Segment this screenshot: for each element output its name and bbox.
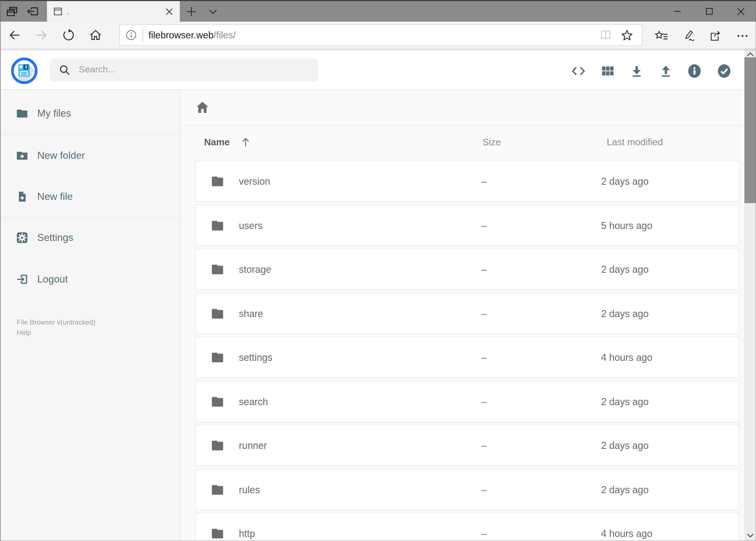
share-button[interactable]	[708, 29, 722, 43]
file-size: –	[481, 484, 487, 496]
close-icon	[165, 7, 173, 15]
close-window-button[interactable]	[728, 1, 753, 22]
tab-preview-icon	[6, 5, 18, 18]
sidebar-item-label: My files	[37, 108, 71, 119]
column-header-name[interactable]: Name	[204, 137, 230, 148]
file-row[interactable]: runner – 2 days ago	[195, 425, 739, 466]
browser-tab[interactable]: .	[47, 1, 180, 22]
search-input[interactable]	[78, 64, 317, 76]
file-name: http	[239, 528, 255, 540]
maximize-icon	[705, 8, 713, 15]
sidebar-item-settings[interactable]: Settings	[0, 225, 180, 250]
site-info-icon	[125, 29, 137, 42]
sidebar-divider	[0, 134, 180, 135]
file-row[interactable]: storage – 2 days ago	[195, 249, 739, 290]
chevron-up-icon	[746, 52, 754, 56]
sidebar-item-label: Settings	[37, 232, 74, 244]
tab-close-button[interactable]	[165, 7, 173, 15]
file-modified: 4 hours ago	[601, 352, 652, 363]
download-icon	[630, 64, 644, 78]
file-modified: 2 days ago	[601, 308, 648, 319]
file-size: –	[481, 352, 487, 363]
file-size: –	[481, 176, 487, 188]
grid-view-button[interactable]	[600, 64, 615, 78]
sidebar-item-new-folder[interactable]: New folder	[0, 143, 180, 168]
folder-icon	[210, 350, 225, 365]
set-tabs-aside-button[interactable]	[26, 5, 39, 18]
address-divider	[142, 29, 143, 42]
file-size: –	[481, 220, 487, 232]
breadcrumb-home-button[interactable]	[195, 100, 210, 115]
forward-button[interactable]	[35, 28, 49, 42]
url-path: /files/	[213, 29, 236, 40]
home-button[interactable]	[89, 28, 103, 42]
column-header-modified[interactable]: Last modified	[607, 137, 663, 148]
upload-button[interactable]	[658, 64, 673, 78]
add-favorite-button[interactable]	[621, 29, 633, 41]
column-header-size[interactable]: Size	[483, 137, 501, 148]
file-name: rules	[239, 484, 260, 496]
file-size: –	[481, 528, 487, 540]
refresh-button[interactable]	[62, 28, 76, 42]
maximize-button[interactable]	[696, 1, 722, 22]
file-listing-pane: Name Size Last modified version – 2	[181, 89, 744, 541]
refresh-icon	[62, 29, 75, 42]
folder-icon	[210, 174, 225, 189]
file-modified: 2 days ago	[601, 484, 648, 496]
file-modified: 4 hours ago	[601, 528, 652, 540]
reading-view-button[interactable]	[599, 29, 612, 42]
select-button[interactable]	[717, 64, 731, 78]
scrollbar-thumb[interactable]	[744, 57, 756, 203]
search-box[interactable]	[50, 58, 318, 81]
sidebar-item-my-files[interactable]: My files	[0, 101, 180, 126]
tab-preview-button[interactable]	[5, 5, 18, 18]
new-tab-button[interactable]	[185, 5, 197, 18]
file-modified: 5 hours ago	[601, 220, 652, 232]
file-row[interactable]: version – 2 days ago	[195, 161, 739, 202]
page-scrollbar[interactable]	[744, 49, 756, 541]
chevron-down-icon	[746, 533, 754, 538]
favorites-hub-button[interactable]	[654, 29, 668, 43]
code-view-button[interactable]	[571, 64, 586, 78]
minimize-button[interactable]	[665, 1, 690, 22]
file-name: runner	[239, 440, 267, 452]
file-row[interactable]: http – 4 hours ago	[195, 513, 739, 541]
file-name: storage	[239, 264, 271, 275]
file-row[interactable]: share – 2 days ago	[195, 292, 739, 334]
sidebar-item-label: Logout	[37, 273, 68, 285]
file-modified: 2 days ago	[601, 264, 648, 275]
folder-icon	[210, 218, 225, 233]
breadcrumb-divider	[181, 125, 744, 126]
tab-list-button[interactable]	[206, 5, 219, 18]
filebrowser-logo[interactable]	[11, 57, 38, 84]
grid-view-icon	[600, 64, 615, 78]
sort-ascending-icon[interactable]	[240, 137, 251, 148]
logout-icon	[16, 272, 29, 285]
search-icon	[59, 64, 70, 75]
forward-icon	[35, 29, 48, 42]
more-button[interactable]	[735, 29, 749, 43]
folder-icon	[16, 107, 29, 120]
scroll-down-button[interactable]	[744, 530, 756, 541]
help-link[interactable]: Help	[17, 327, 96, 337]
back-button[interactable]	[8, 28, 22, 42]
file-row[interactable]: users – 5 hours ago	[195, 205, 739, 246]
file-row[interactable]: search – 2 days ago	[195, 380, 739, 422]
file-size: –	[481, 264, 487, 275]
sidebar-item-new-file[interactable]: New file	[0, 184, 180, 209]
chevron-down-icon	[207, 6, 218, 17]
file-row[interactable]: settings – 4 hours ago	[195, 336, 739, 378]
file-size: –	[481, 440, 487, 452]
reading-view-icon	[599, 29, 612, 42]
web-note-button[interactable]	[681, 29, 695, 43]
address-bar[interactable]: filebrowser.web/files/	[119, 24, 642, 46]
download-button[interactable]	[630, 64, 644, 78]
file-size: –	[481, 308, 487, 319]
file-name: share	[239, 308, 263, 319]
folder-icon	[210, 526, 225, 541]
file-list: version – 2 days ago users – 5 hours ago	[195, 161, 739, 541]
file-row[interactable]: rules – 2 days ago	[195, 469, 739, 510]
info-button[interactable]	[687, 64, 702, 78]
sidebar-item-logout[interactable]: Logout	[0, 267, 180, 291]
folder-icon	[210, 394, 225, 409]
